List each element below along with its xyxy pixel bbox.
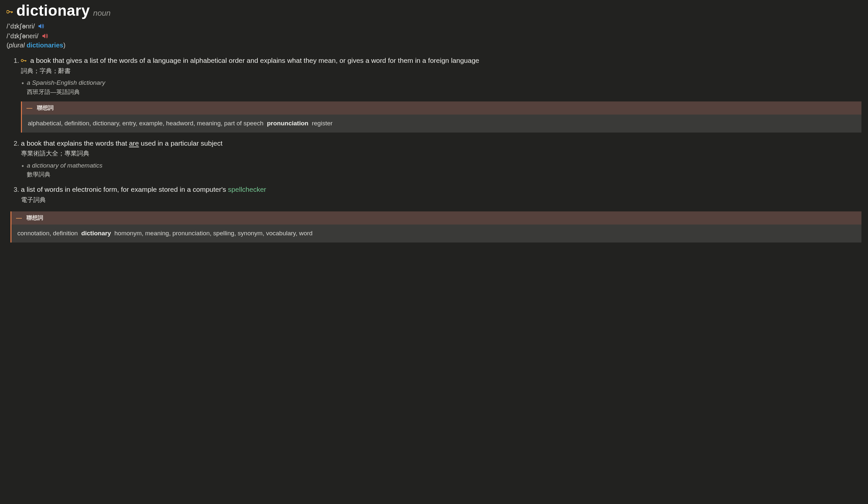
definition-en: a list of words in electronic form, for … — [21, 184, 861, 194]
dictionary-entry: dictionary noun /ˈdɪkʃənri/ /ˈdɪkʃəneri/… — [0, 0, 868, 255]
collapse-icon: — — [27, 105, 32, 111]
audio-us-icon[interactable] — [41, 32, 49, 40]
example-item: a dictionary of mathematics 數學詞典 — [21, 161, 861, 179]
example-en: a Spanish-English dictionary — [27, 79, 861, 87]
definition-en: a book that explains the words that are … — [21, 139, 861, 148]
plural-link[interactable]: dictionaries — [27, 42, 63, 49]
svg-rect-1 — [9, 11, 12, 12]
definition-zh: 詞典；字典；辭書 — [21, 67, 861, 75]
headword: dictionary — [16, 0, 90, 21]
collocation-title: 聯想詞 — [37, 104, 54, 112]
cross-ref-link[interactable]: are — [129, 139, 139, 147]
ipa-gb: /ˈdɪkʃənri/ — [7, 22, 35, 31]
svg-rect-5 — [23, 61, 26, 61]
collapse-icon: — — [16, 215, 22, 221]
pronunciation-us: /ˈdɪkʃəneri/ — [7, 31, 861, 41]
senses-list: a book that gives a list of the words of… — [7, 56, 861, 204]
collocation-body: alphabetical, definition, dictionary, en… — [22, 114, 861, 132]
sense-item: a book that explains the words that are … — [21, 139, 861, 179]
audio-gb-icon[interactable] — [37, 23, 44, 30]
cross-ref-link[interactable]: spellchecker — [228, 185, 266, 193]
plural-line: (plural dictionaries) — [7, 41, 861, 50]
sense-item: a list of words in electronic form, for … — [21, 184, 861, 204]
sense-item: a book that gives a list of the words of… — [21, 56, 861, 132]
definition-zh: 電子詞典 — [21, 196, 861, 204]
pronunciation-gb: /ˈdɪkʃənri/ — [7, 22, 861, 31]
example-en: a dictionary of mathematics — [27, 161, 861, 170]
key-icon — [7, 8, 13, 16]
svg-rect-2 — [11, 11, 12, 13]
svg-point-4 — [21, 60, 23, 62]
key-icon — [21, 58, 28, 63]
svg-point-0 — [7, 10, 9, 13]
part-of-speech: noun — [93, 8, 111, 19]
example-item: a Spanish-English dictionary 西班牙語—英語詞典 — [21, 79, 861, 96]
example-zh: 數學詞典 — [27, 171, 861, 179]
definition-en: a book that gives a list of the words of… — [21, 56, 861, 65]
svg-rect-3 — [12, 11, 13, 13]
entry-header: dictionary noun — [7, 0, 861, 21]
plural-label: plural — [9, 42, 25, 49]
collocation-title: 聯想詞 — [27, 214, 43, 222]
collocation-box: — 聯想詞 alphabetical, definition, dictiona… — [21, 101, 861, 132]
collocation-body: connotation, definition dictionary homon… — [11, 224, 861, 242]
definition-zh: 專業術語大全；專業詞典 — [21, 149, 861, 158]
examples-list: a Spanish-English dictionary 西班牙語—英語詞典 — [21, 79, 861, 96]
collocation-toggle[interactable]: — 聯想詞 — [11, 211, 861, 224]
svg-rect-6 — [25, 61, 25, 62]
collocation-toggle[interactable]: — 聯想詞 — [22, 101, 861, 114]
examples-list: a dictionary of mathematics 數學詞典 — [21, 161, 861, 179]
example-zh: 西班牙語—英語詞典 — [27, 88, 861, 96]
collocation-box: — 聯想詞 connotation, definition dictionary… — [10, 211, 861, 242]
ipa-us: /ˈdɪkʃəneri/ — [7, 31, 39, 41]
svg-rect-7 — [26, 61, 27, 61]
